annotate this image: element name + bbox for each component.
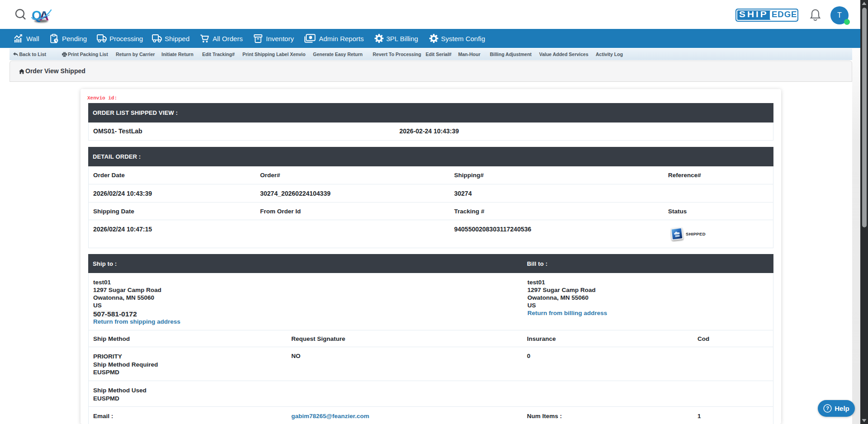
svg-text:?: ? [826, 405, 829, 411]
